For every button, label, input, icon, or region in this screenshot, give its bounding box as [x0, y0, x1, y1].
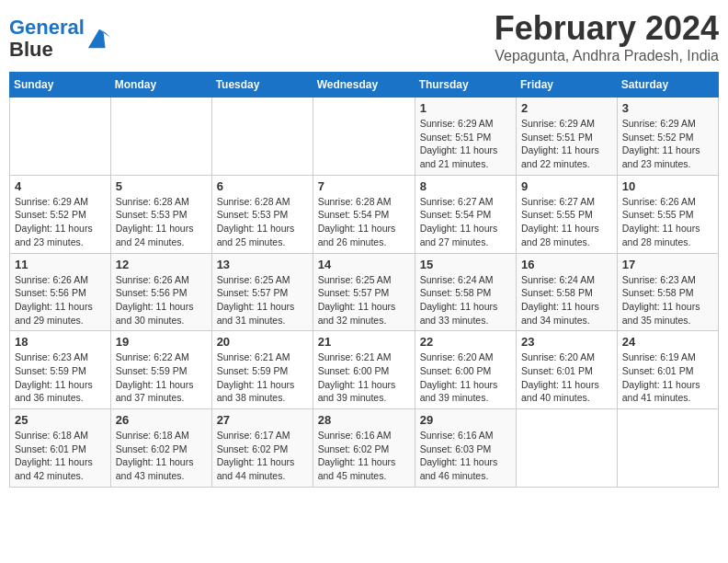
title-area: February 2024 Vepagunta, Andhra Pradesh,… [495, 9, 719, 64]
calendar-cell: 3Sunrise: 6:29 AMSunset: 5:52 PMDaylight… [617, 98, 718, 176]
calendar-cell: 2Sunrise: 6:29 AMSunset: 5:51 PMDaylight… [517, 98, 618, 176]
day-number: 17 [622, 258, 713, 271]
day-number: 4 [15, 179, 106, 193]
location-title: Vepagunta, Andhra Pradesh, India [495, 48, 719, 64]
cell-content: Sunrise: 6:20 AMSunset: 6:01 PMDaylight:… [521, 350, 612, 405]
day-number: 2 [521, 101, 612, 115]
calendar-cell [211, 98, 313, 176]
cell-content: Sunrise: 6:24 AMSunset: 5:58 PMDaylight:… [521, 273, 612, 327]
day-number: 7 [318, 179, 410, 193]
dow-sunday: Sunday [10, 73, 111, 98]
day-number: 25 [15, 413, 106, 427]
cell-content: Sunrise: 6:21 AMSunset: 6:00 PMDaylight:… [318, 350, 410, 405]
calendar-cell: 22Sunrise: 6:20 AMSunset: 6:00 PMDayligh… [415, 331, 516, 409]
dow-saturday: Saturday [617, 73, 718, 98]
calendar-cell: 4Sunrise: 6:29 AMSunset: 5:52 PMDaylight… [10, 175, 111, 253]
calendar: SundayMondayTuesdayWednesdayThursdayFrid… [9, 72, 719, 488]
calendar-cell: 15Sunrise: 6:24 AMSunset: 5:58 PMDayligh… [415, 253, 516, 331]
cell-content: Sunrise: 6:25 AMSunset: 5:57 PMDaylight:… [217, 273, 308, 327]
cell-content: Sunrise: 6:28 AMSunset: 5:53 PMDaylight:… [217, 195, 308, 249]
logo: GeneralBlue [9, 17, 112, 61]
cell-content: Sunrise: 6:29 AMSunset: 5:51 PMDaylight:… [420, 117, 511, 171]
week-row-0: 1Sunrise: 6:29 AMSunset: 5:51 PMDaylight… [10, 98, 719, 176]
calendar-cell: 28Sunrise: 6:16 AMSunset: 6:02 PMDayligh… [313, 409, 415, 488]
cell-content: Sunrise: 6:27 AMSunset: 5:54 PMDaylight:… [420, 195, 511, 249]
calendar-cell: 9Sunrise: 6:27 AMSunset: 5:55 PMDaylight… [517, 175, 618, 253]
day-number: 23 [521, 335, 612, 349]
calendar-cell [517, 409, 618, 488]
week-row-2: 11Sunrise: 6:26 AMSunset: 5:56 PMDayligh… [10, 253, 719, 331]
cell-content: Sunrise: 6:26 AMSunset: 5:56 PMDaylight:… [116, 273, 207, 327]
cell-content: Sunrise: 6:26 AMSunset: 5:56 PMDaylight:… [15, 273, 106, 327]
svg-marker-0 [88, 29, 110, 49]
calendar-cell: 5Sunrise: 6:28 AMSunset: 5:53 PMDaylight… [110, 175, 211, 253]
calendar-cell [10, 98, 111, 176]
calendar-cell: 29Sunrise: 6:16 AMSunset: 6:03 PMDayligh… [415, 409, 516, 488]
day-number: 11 [15, 258, 106, 271]
calendar-cell: 6Sunrise: 6:28 AMSunset: 5:53 PMDaylight… [211, 175, 313, 253]
cell-content: Sunrise: 6:16 AMSunset: 6:03 PMDaylight:… [420, 429, 511, 483]
header: GeneralBlue February 2024 Vepagunta, And… [9, 9, 719, 64]
day-number: 21 [318, 335, 410, 349]
calendar-cell: 1Sunrise: 6:29 AMSunset: 5:51 PMDaylight… [415, 98, 516, 176]
cell-content: Sunrise: 6:24 AMSunset: 5:58 PMDaylight:… [420, 273, 511, 327]
cell-content: Sunrise: 6:27 AMSunset: 5:55 PMDaylight:… [521, 195, 612, 249]
cell-content: Sunrise: 6:29 AMSunset: 5:52 PMDaylight:… [15, 195, 106, 249]
week-row-4: 25Sunrise: 6:18 AMSunset: 6:01 PMDayligh… [10, 409, 719, 488]
calendar-cell: 26Sunrise: 6:18 AMSunset: 6:02 PMDayligh… [110, 409, 211, 488]
day-number: 15 [420, 258, 511, 271]
day-number: 20 [217, 335, 308, 349]
day-number: 24 [622, 335, 713, 349]
cell-content: Sunrise: 6:23 AMSunset: 5:58 PMDaylight:… [622, 273, 713, 327]
dow-wednesday: Wednesday [313, 73, 415, 98]
cell-content: Sunrise: 6:20 AMSunset: 6:00 PMDaylight:… [420, 350, 511, 405]
day-number: 28 [318, 413, 410, 427]
day-number: 5 [116, 179, 207, 193]
day-number: 9 [521, 179, 612, 193]
day-number: 26 [116, 413, 207, 427]
calendar-cell: 18Sunrise: 6:23 AMSunset: 5:59 PMDayligh… [10, 331, 111, 409]
calendar-cell: 10Sunrise: 6:26 AMSunset: 5:55 PMDayligh… [617, 175, 718, 253]
calendar-cell: 20Sunrise: 6:21 AMSunset: 5:59 PMDayligh… [211, 331, 313, 409]
calendar-cell: 21Sunrise: 6:21 AMSunset: 6:00 PMDayligh… [313, 331, 415, 409]
calendar-cell: 13Sunrise: 6:25 AMSunset: 5:57 PMDayligh… [211, 253, 313, 331]
dow-friday: Friday [517, 73, 618, 98]
calendar-cell [313, 98, 415, 176]
day-number: 18 [15, 335, 106, 349]
day-number: 16 [521, 258, 612, 271]
dow-monday: Monday [110, 73, 211, 98]
cell-content: Sunrise: 6:29 AMSunset: 5:52 PMDaylight:… [622, 117, 713, 171]
calendar-cell: 12Sunrise: 6:26 AMSunset: 5:56 PMDayligh… [110, 253, 211, 331]
day-number: 22 [420, 335, 511, 349]
cell-content: Sunrise: 6:28 AMSunset: 5:54 PMDaylight:… [318, 195, 410, 249]
day-number: 1 [420, 101, 511, 115]
calendar-cell: 19Sunrise: 6:22 AMSunset: 5:59 PMDayligh… [110, 331, 211, 409]
day-number: 19 [116, 335, 207, 349]
calendar-cell: 23Sunrise: 6:20 AMSunset: 6:01 PMDayligh… [517, 331, 618, 409]
calendar-cell: 14Sunrise: 6:25 AMSunset: 5:57 PMDayligh… [313, 253, 415, 331]
calendar-cell: 27Sunrise: 6:17 AMSunset: 6:02 PMDayligh… [211, 409, 313, 488]
day-number: 10 [622, 179, 713, 193]
calendar-cell: 8Sunrise: 6:27 AMSunset: 5:54 PMDaylight… [415, 175, 516, 253]
logo-text: GeneralBlue [9, 17, 85, 61]
cell-content: Sunrise: 6:26 AMSunset: 5:55 PMDaylight:… [622, 195, 713, 249]
cell-content: Sunrise: 6:28 AMSunset: 5:53 PMDaylight:… [116, 195, 207, 249]
calendar-cell: 11Sunrise: 6:26 AMSunset: 5:56 PMDayligh… [10, 253, 111, 331]
calendar-cell [110, 98, 211, 176]
calendar-cell: 25Sunrise: 6:18 AMSunset: 6:01 PMDayligh… [10, 409, 111, 488]
day-number: 13 [217, 258, 308, 271]
cell-content: Sunrise: 6:21 AMSunset: 5:59 PMDaylight:… [217, 350, 308, 405]
cell-content: Sunrise: 6:18 AMSunset: 6:02 PMDaylight:… [116, 429, 207, 483]
day-number: 6 [217, 179, 308, 193]
cell-content: Sunrise: 6:29 AMSunset: 5:51 PMDaylight:… [521, 117, 612, 171]
month-title: February 2024 [495, 9, 719, 48]
dow-tuesday: Tuesday [211, 73, 313, 98]
cell-content: Sunrise: 6:19 AMSunset: 6:01 PMDaylight:… [622, 350, 713, 405]
calendar-cell [617, 409, 718, 488]
day-number: 8 [420, 179, 511, 193]
week-row-1: 4Sunrise: 6:29 AMSunset: 5:52 PMDaylight… [10, 175, 719, 253]
cell-content: Sunrise: 6:22 AMSunset: 5:59 PMDaylight:… [116, 350, 207, 405]
cell-content: Sunrise: 6:25 AMSunset: 5:57 PMDaylight:… [318, 273, 410, 327]
day-number: 27 [217, 413, 308, 427]
calendar-cell: 17Sunrise: 6:23 AMSunset: 5:58 PMDayligh… [617, 253, 718, 331]
